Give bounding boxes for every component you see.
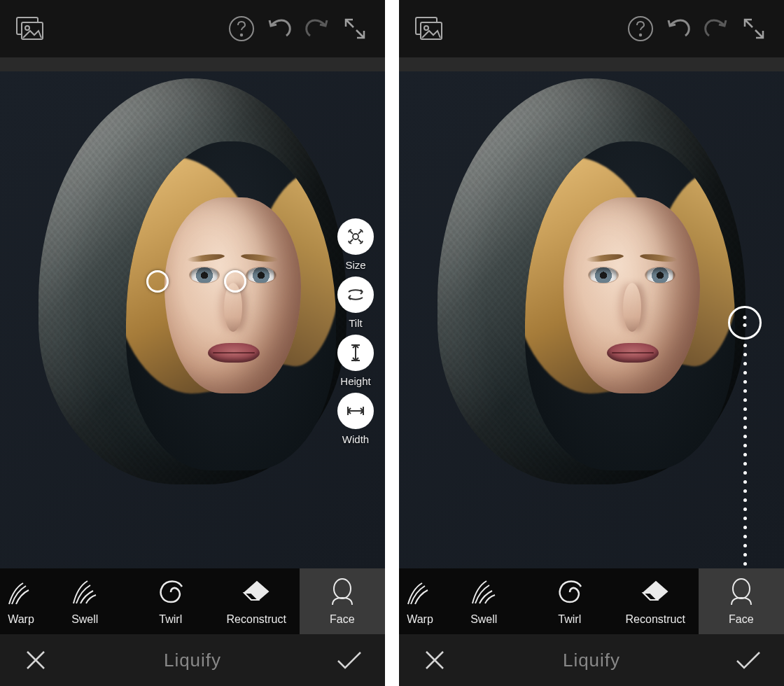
tool-twirl-label: Twirl xyxy=(558,613,581,626)
face-size-button[interactable] xyxy=(337,218,374,255)
face-width-button[interactable] xyxy=(337,393,374,429)
tool-reconstruct[interactable]: Reconstruct xyxy=(214,568,300,634)
warp-icon xyxy=(6,577,36,608)
sub-bar xyxy=(0,57,385,71)
tool-face-label: Face xyxy=(729,613,754,626)
sub-bar xyxy=(399,57,784,71)
face-size-label: Size xyxy=(345,259,365,271)
image-picker-icon[interactable] xyxy=(412,11,447,46)
face-height-label: Height xyxy=(340,375,370,387)
top-bar xyxy=(0,0,385,57)
confirm-button[interactable] xyxy=(335,645,364,675)
slider-track xyxy=(743,344,747,593)
warp-icon xyxy=(405,577,435,608)
tool-face-label: Face xyxy=(330,613,355,626)
image-picker-icon[interactable] xyxy=(13,11,48,46)
footer-bar: Liquify xyxy=(0,634,385,686)
tool-swell[interactable]: Swell xyxy=(441,568,527,634)
confirm-button[interactable] xyxy=(734,645,763,675)
adjust-slider[interactable] xyxy=(728,306,762,593)
tool-face[interactable]: Face xyxy=(300,568,386,634)
face-tilt-label: Tilt xyxy=(349,317,362,329)
svg-point-6 xyxy=(334,579,351,598)
tool-swell[interactable]: Swell xyxy=(42,568,128,634)
face-height-button[interactable] xyxy=(337,335,374,371)
slider-handle[interactable] xyxy=(728,306,762,340)
fullscreen-icon[interactable] xyxy=(337,11,372,46)
tool-face[interactable]: Face xyxy=(699,568,785,634)
tool-reconstruct-label: Reconstruct xyxy=(227,613,286,626)
undo-icon[interactable] xyxy=(661,11,696,46)
editor-panel-left: Size Tilt Height Width Warp xyxy=(0,0,385,686)
redo-icon[interactable] xyxy=(300,11,335,46)
svg-point-5 xyxy=(353,234,358,239)
face-tilt-button[interactable] xyxy=(337,276,374,313)
eye-marker-left[interactable] xyxy=(146,270,169,293)
tool-twirl[interactable]: Twirl xyxy=(527,568,613,634)
svg-point-12 xyxy=(733,579,750,598)
tool-twirl[interactable]: Twirl xyxy=(128,568,214,634)
redo-icon[interactable] xyxy=(699,11,734,46)
tool-warp-label: Warp xyxy=(407,613,433,626)
swell-icon xyxy=(69,577,100,608)
help-icon[interactable] xyxy=(623,11,658,46)
tool-reconstruct-label: Reconstruct xyxy=(626,613,685,626)
help-icon[interactable] xyxy=(224,11,259,46)
cancel-button[interactable] xyxy=(21,645,50,675)
tool-swell-label: Swell xyxy=(71,613,98,626)
tool-swell-label: Swell xyxy=(470,613,497,626)
undo-icon[interactable] xyxy=(262,11,297,46)
cancel-button[interactable] xyxy=(420,645,449,675)
tool-warp[interactable]: Warp xyxy=(0,568,42,634)
footer-bar: Liquify xyxy=(399,634,784,686)
svg-point-11 xyxy=(640,34,641,36)
eraser-icon xyxy=(640,577,671,608)
face-icon xyxy=(327,577,358,608)
fullscreen-icon[interactable] xyxy=(736,11,771,46)
editor-panel-right: Warp Swell Twirl Reconstruct Face Liquif… xyxy=(399,0,784,686)
footer-title: Liquify xyxy=(164,650,221,671)
face-icon xyxy=(726,577,757,608)
svg-point-4 xyxy=(241,34,242,36)
face-width-label: Width xyxy=(342,433,369,445)
face-tools-column: Size Tilt Height Width xyxy=(337,218,374,445)
footer-title: Liquify xyxy=(563,650,620,671)
top-bar xyxy=(399,0,784,57)
twirl-icon xyxy=(554,577,585,608)
tool-warp[interactable]: Warp xyxy=(399,568,441,634)
twirl-icon xyxy=(155,577,186,608)
image-canvas[interactable]: Size Tilt Height Width xyxy=(0,71,385,585)
liquify-toolbar: Warp Swell Twirl Reconstruct Face xyxy=(0,568,385,634)
tool-reconstruct[interactable]: Reconstruct xyxy=(612,568,699,634)
swell-icon xyxy=(468,577,499,608)
eraser-icon xyxy=(241,577,272,608)
tool-warp-label: Warp xyxy=(8,613,34,626)
eye-marker-right[interactable] xyxy=(224,270,246,293)
tool-twirl-label: Twirl xyxy=(159,613,182,626)
image-canvas[interactable] xyxy=(399,71,784,585)
liquify-toolbar: Warp Swell Twirl Reconstruct Face xyxy=(399,568,784,634)
